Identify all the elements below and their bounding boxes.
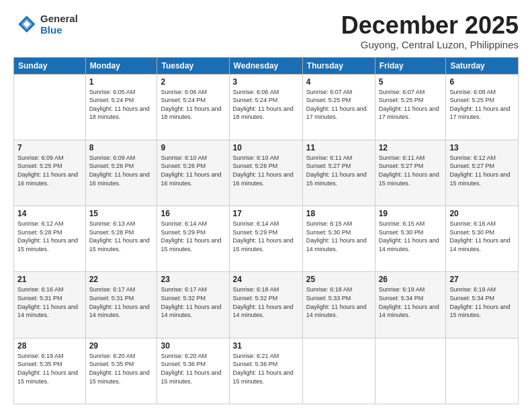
logo-icon	[13, 12, 38, 36]
day-number: 19	[379, 209, 443, 218]
calendar-cell: 13Sunrise: 6:12 AMSunset: 5:27 PMDayligh…	[446, 140, 519, 205]
calendar-week-row: 21Sunrise: 6:16 AMSunset: 5:31 PMDayligh…	[14, 272, 519, 338]
weekday-header-saturday: Saturday	[446, 57, 519, 74]
day-number: 26	[379, 275, 443, 284]
calendar-cell: 1Sunrise: 6:05 AMSunset: 5:24 PMDaylight…	[85, 74, 157, 140]
title-block: December 2025 Guyong, Central Luzon, Phi…	[341, 12, 519, 50]
calendar-cell: 2Sunrise: 6:06 AMSunset: 5:24 PMDaylight…	[157, 74, 229, 140]
day-info: Sunrise: 6:20 AMSunset: 5:35 PMDaylight:…	[89, 352, 154, 385]
day-info: Sunrise: 6:15 AMSunset: 5:30 PMDaylight:…	[379, 220, 443, 253]
calendar-cell: 11Sunrise: 6:11 AMSunset: 5:27 PMDayligh…	[302, 140, 375, 205]
day-number: 16	[161, 209, 225, 218]
calendar-cell: 21Sunrise: 6:16 AMSunset: 5:31 PMDayligh…	[14, 272, 86, 338]
day-number: 22	[89, 275, 154, 284]
calendar-cell: 8Sunrise: 6:09 AMSunset: 5:26 PMDaylight…	[85, 140, 157, 205]
calendar-cell: 27Sunrise: 6:19 AMSunset: 5:34 PMDayligh…	[446, 272, 519, 338]
day-number: 28	[17, 341, 82, 351]
calendar-cell: 12Sunrise: 6:11 AMSunset: 5:27 PMDayligh…	[375, 140, 446, 205]
calendar-cell: 23Sunrise: 6:17 AMSunset: 5:32 PMDayligh…	[157, 272, 229, 338]
calendar-cell: 20Sunrise: 6:16 AMSunset: 5:30 PMDayligh…	[446, 206, 519, 272]
calendar-cell: 30Sunrise: 6:20 AMSunset: 5:36 PMDayligh…	[157, 338, 229, 404]
logo-blue: Blue	[40, 24, 78, 36]
day-info: Sunrise: 6:10 AMSunset: 5:26 PMDaylight:…	[233, 154, 299, 187]
day-number: 17	[233, 209, 299, 218]
day-info: Sunrise: 6:05 AMSunset: 5:24 PMDaylight:…	[89, 88, 154, 122]
calendar-cell	[14, 74, 86, 140]
day-info: Sunrise: 6:16 AMSunset: 5:31 PMDaylight:…	[17, 285, 82, 319]
calendar-cell: 14Sunrise: 6:12 AMSunset: 5:28 PMDayligh…	[14, 206, 86, 272]
day-info: Sunrise: 6:07 AMSunset: 5:25 PMDaylight:…	[379, 88, 443, 122]
day-number: 7	[17, 143, 82, 152]
weekday-header-sunday: Sunday	[14, 57, 86, 74]
day-info: Sunrise: 6:11 AMSunset: 5:27 PMDaylight:…	[306, 154, 371, 187]
day-info: Sunrise: 6:11 AMSunset: 5:27 PMDaylight:…	[379, 154, 443, 187]
logo-general: General	[40, 13, 78, 24]
day-info: Sunrise: 6:15 AMSunset: 5:30 PMDaylight:…	[306, 220, 371, 253]
day-number: 24	[233, 275, 299, 284]
calendar-cell: 9Sunrise: 6:10 AMSunset: 5:26 PMDaylight…	[157, 140, 229, 205]
calendar-cell: 24Sunrise: 6:18 AMSunset: 5:32 PMDayligh…	[229, 272, 302, 338]
day-number: 18	[306, 209, 371, 218]
day-info: Sunrise: 6:17 AMSunset: 5:31 PMDaylight:…	[89, 285, 154, 319]
calendar-cell: 15Sunrise: 6:13 AMSunset: 5:28 PMDayligh…	[85, 206, 157, 272]
day-number: 21	[17, 275, 82, 284]
logo: General Blue	[13, 12, 78, 36]
day-info: Sunrise: 6:06 AMSunset: 5:24 PMDaylight:…	[233, 88, 299, 122]
calendar-cell: 5Sunrise: 6:07 AMSunset: 5:25 PMDaylight…	[375, 74, 446, 140]
calendar-cell: 10Sunrise: 6:10 AMSunset: 5:26 PMDayligh…	[229, 140, 302, 205]
page: General Blue December 2025 Guyong, Centr…	[0, 0, 532, 411]
day-number: 20	[449, 209, 515, 218]
day-number: 25	[306, 275, 371, 284]
weekday-header-row: SundayMondayTuesdayWednesdayThursdayFrid…	[14, 57, 519, 74]
calendar-cell: 4Sunrise: 6:07 AMSunset: 5:25 PMDaylight…	[302, 74, 375, 140]
day-info: Sunrise: 6:14 AMSunset: 5:29 PMDaylight:…	[161, 220, 225, 253]
day-number: 2	[161, 77, 225, 87]
day-number: 14	[17, 209, 82, 218]
day-number: 23	[161, 275, 225, 284]
day-info: Sunrise: 6:17 AMSunset: 5:32 PMDaylight:…	[161, 285, 225, 319]
day-info: Sunrise: 6:18 AMSunset: 5:32 PMDaylight:…	[233, 285, 299, 319]
day-info: Sunrise: 6:16 AMSunset: 5:30 PMDaylight:…	[449, 220, 515, 253]
calendar-cell	[446, 338, 519, 404]
day-number: 10	[233, 143, 299, 152]
logo-text: General Blue	[40, 13, 78, 36]
calendar-week-row: 7Sunrise: 6:09 AMSunset: 5:25 PMDaylight…	[14, 140, 519, 205]
day-number: 30	[161, 341, 225, 351]
day-number: 6	[449, 77, 515, 87]
calendar-cell: 19Sunrise: 6:15 AMSunset: 5:30 PMDayligh…	[375, 206, 446, 272]
day-info: Sunrise: 6:08 AMSunset: 5:25 PMDaylight:…	[449, 88, 515, 122]
day-info: Sunrise: 6:19 AMSunset: 5:34 PMDaylight:…	[379, 285, 443, 319]
calendar-cell: 22Sunrise: 6:17 AMSunset: 5:31 PMDayligh…	[85, 272, 157, 338]
day-info: Sunrise: 6:06 AMSunset: 5:24 PMDaylight:…	[161, 88, 225, 122]
day-number: 27	[449, 275, 515, 284]
day-number: 5	[379, 77, 443, 87]
day-number: 29	[89, 341, 154, 351]
calendar-cell: 16Sunrise: 6:14 AMSunset: 5:29 PMDayligh…	[157, 206, 229, 272]
calendar-cell: 29Sunrise: 6:20 AMSunset: 5:35 PMDayligh…	[85, 338, 157, 404]
day-info: Sunrise: 6:14 AMSunset: 5:29 PMDaylight:…	[233, 220, 299, 253]
day-info: Sunrise: 6:09 AMSunset: 5:25 PMDaylight:…	[17, 154, 82, 187]
calendar-week-row: 1Sunrise: 6:05 AMSunset: 5:24 PMDaylight…	[14, 74, 519, 140]
day-number: 11	[306, 143, 371, 152]
location-title: Guyong, Central Luzon, Philippines	[341, 39, 519, 50]
weekday-header-wednesday: Wednesday	[229, 57, 302, 74]
weekday-header-tuesday: Tuesday	[157, 57, 229, 74]
day-number: 31	[233, 341, 299, 351]
weekday-header-monday: Monday	[85, 57, 157, 74]
calendar-week-row: 28Sunrise: 6:19 AMSunset: 5:35 PMDayligh…	[14, 338, 519, 404]
day-info: Sunrise: 6:13 AMSunset: 5:28 PMDaylight:…	[89, 220, 154, 253]
day-info: Sunrise: 6:21 AMSunset: 5:36 PMDaylight:…	[233, 352, 299, 385]
weekday-header-thursday: Thursday	[302, 57, 375, 74]
calendar-cell: 6Sunrise: 6:08 AMSunset: 5:25 PMDaylight…	[446, 74, 519, 140]
day-info: Sunrise: 6:19 AMSunset: 5:35 PMDaylight:…	[17, 352, 82, 385]
day-number: 3	[233, 77, 299, 87]
header: General Blue December 2025 Guyong, Centr…	[13, 12, 519, 50]
calendar-cell: 18Sunrise: 6:15 AMSunset: 5:30 PMDayligh…	[302, 206, 375, 272]
day-number: 12	[379, 143, 443, 152]
day-number: 8	[89, 143, 154, 152]
calendar-cell: 26Sunrise: 6:19 AMSunset: 5:34 PMDayligh…	[375, 272, 446, 338]
calendar-week-row: 14Sunrise: 6:12 AMSunset: 5:28 PMDayligh…	[14, 206, 519, 272]
day-number: 13	[449, 143, 515, 152]
day-info: Sunrise: 6:12 AMSunset: 5:27 PMDaylight:…	[449, 154, 515, 187]
calendar-cell: 25Sunrise: 6:18 AMSunset: 5:33 PMDayligh…	[302, 272, 375, 338]
